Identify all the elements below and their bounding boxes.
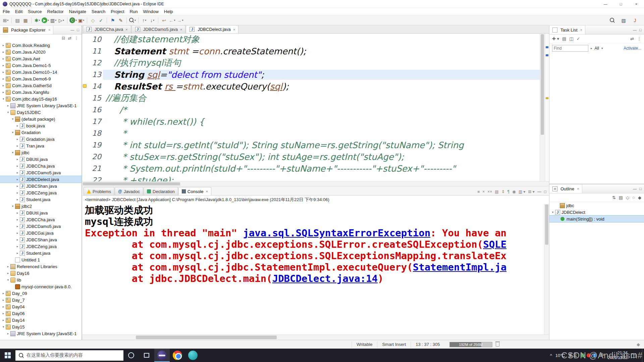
clear-console-icon[interactable]: ▤	[495, 189, 498, 194]
code-editor[interactable]: 10 //创建statement对象11 Statement stmt =con…	[82, 34, 549, 181]
tree-item-jdbc[interactable]: ▾jdbc	[0, 149, 82, 156]
tree-item-day04[interactable]: ▸Day04	[0, 303, 82, 310]
expanded-arrow-icon[interactable]: ▾	[11, 117, 15, 121]
menu-navigate[interactable]: Navigate	[66, 9, 89, 14]
scrollbar-thumb[interactable]	[83, 182, 180, 185]
code-line-18[interactable]: 18 *	[82, 127, 540, 139]
collapsed-arrow-icon[interactable]: ▸	[1, 318, 5, 322]
tree-item-untitled-1[interactable]: Untitled 1	[0, 256, 82, 263]
code-line-17[interactable]: 17 * while(rs.next()) {	[82, 116, 540, 127]
expanded-arrow-icon[interactable]: ▾	[1, 325, 5, 328]
dropdown-caret-icon[interactable]: ▾	[75, 19, 77, 22]
taskbar-app-chrome[interactable]	[170, 349, 185, 362]
taskbar-app-teal-app[interactable]	[185, 349, 201, 362]
tree-item-day16[interactable]: ▸Day16	[0, 270, 82, 277]
console-output[interactable]: 加载驱动类成功mysql连接成功Exception in thread "mai…	[82, 204, 544, 335]
tree-item-jdbczeng-java[interactable]: ▸JJDBCZeng.java	[0, 243, 82, 250]
tree-item-jdbcdamo5-java[interactable]: ▸JJDBCDamo5.java	[0, 169, 82, 176]
menu-help[interactable]: Help	[161, 9, 176, 14]
tree-item-day15jdbc[interactable]: ▾Day15JDBC	[0, 109, 82, 116]
console-vertical-scrollbar[interactable]	[544, 204, 549, 335]
overview-ruler[interactable]	[545, 34, 549, 181]
collapsed-arrow-icon[interactable]: ▸	[15, 137, 19, 141]
editor-tab-jdbcdamo5.java[interactable]: JJDBCDamo5.java×	[131, 25, 186, 33]
stacktrace-link[interactable]: java.sql.SQLSyntaxErrorException	[243, 227, 430, 239]
tree-item-com-java-xangmu[interactable]: ▸Com.Java.XangMu	[0, 89, 82, 96]
minimize-view-icon[interactable]: —	[70, 28, 74, 32]
collapsed-arrow-icon[interactable]: ▸	[6, 332, 10, 335]
run-icon[interactable]: ▶▾	[42, 16, 49, 24]
menu-edit[interactable]: Edit	[12, 9, 25, 14]
tree-item-day06[interactable]: ▸Day06	[0, 310, 82, 317]
collapsed-arrow-icon[interactable]: ▸	[15, 164, 19, 168]
tree-item--default-package-[interactable]: ▾(default package)	[0, 116, 82, 122]
console-tab-console[interactable]: Console×	[178, 187, 211, 195]
expanded-arrow-icon[interactable]: ▾	[11, 131, 15, 134]
chevron-down-icon[interactable]: ▾	[601, 47, 603, 50]
dropdown-caret-icon[interactable]: ▾	[63, 19, 64, 22]
scrollbar-thumb[interactable]	[136, 336, 277, 339]
close-tab-icon[interactable]: ×	[125, 27, 127, 32]
tree-item-jdbcgai-java[interactable]: ▸JJDBCGai.java	[0, 230, 82, 236]
outline-item-jdbcdelect[interactable]: ▾JJDBCDelect	[549, 209, 644, 216]
code-line-15[interactable]: 15//遍历集合	[82, 92, 540, 104]
new-task-icon[interactable]: ✓	[97, 16, 105, 24]
tree-item-jdbcshan-java[interactable]: ▸JJDBCShan.java	[0, 236, 82, 243]
collapsed-arrow-icon[interactable]: ▸	[15, 245, 19, 248]
collapsed-arrow-icon[interactable]: ▸	[6, 265, 10, 268]
tree-item-jdbc2[interactable]: ▾jdbc2	[0, 203, 82, 209]
collapsed-arrow-icon[interactable]: ▸	[15, 184, 19, 188]
collapsed-arrow-icon[interactable]: ▸	[15, 251, 19, 255]
expanded-arrow-icon[interactable]: ▾	[6, 111, 10, 114]
save-icon[interactable]: ▤	[14, 16, 21, 24]
stacktrace-link[interactable]: StatementImpl.ja	[413, 261, 506, 273]
pin-console-icon[interactable]: ◉	[512, 189, 516, 194]
close-button[interactable]: ×	[629, 0, 644, 8]
collapsed-arrow-icon[interactable]: ▸	[15, 198, 19, 201]
collapsed-arrow-icon[interactable]: ▸	[1, 298, 5, 302]
minimize-view-icon[interactable]: —	[633, 28, 637, 32]
back-icon[interactable]: ←▾	[168, 16, 176, 24]
annotation-mark[interactable]	[546, 46, 548, 48]
collapsed-arrow-icon[interactable]: ▸	[15, 144, 19, 147]
close-tab-icon[interactable]: ×	[180, 27, 182, 32]
external-tools-icon[interactable]: ▷▾	[58, 16, 65, 24]
view-menu-icon[interactable]: ⋮	[74, 36, 78, 41]
print-icon[interactable]: ▦	[22, 16, 29, 24]
tree-item-book-java[interactable]: ▸Jbook.java	[0, 122, 82, 129]
maximize-view-icon[interactable]: □	[639, 187, 642, 191]
coverage-icon[interactable]: ▥▾	[50, 16, 57, 24]
outline-item-jdbc[interactable]: jdbc	[549, 202, 644, 209]
maximize-view-icon[interactable]: □	[544, 189, 546, 194]
taskbar-app-eclipse[interactable]	[154, 349, 170, 362]
prev-annotation-icon[interactable]: ↑▾	[141, 16, 148, 24]
status-notification-icon[interactable]: ◆	[637, 342, 644, 347]
annotation-mark[interactable]	[546, 97, 548, 99]
maximize-view-icon[interactable]: □	[639, 28, 642, 32]
code-line-13[interactable]: 13 String sql="delect from student";	[82, 69, 540, 80]
close-view-icon[interactable]: ×	[48, 28, 50, 32]
focus-workweek-icon[interactable]: ◫	[569, 36, 573, 41]
link-with-editor-icon[interactable]: ⇄	[630, 36, 634, 41]
tray-chevron-icon[interactable]: ^	[550, 353, 552, 358]
new-package-icon[interactable]: ▣▾	[77, 16, 85, 24]
tree-item-student-java[interactable]: ▸JStudent.java	[0, 250, 82, 256]
task-view-button[interactable]	[139, 349, 154, 362]
new-wizard-icon[interactable]: ⊞▾	[2, 16, 9, 24]
tree-item-com-java-a2020[interactable]: ▸Com.Java.A2020	[0, 49, 82, 55]
hide-static-members-icon[interactable]: ◇	[626, 195, 629, 200]
close-view-icon[interactable]: ×	[580, 28, 582, 32]
flag-icon[interactable]: ⚑	[109, 16, 116, 24]
quickfix-bulb-icon[interactable]	[83, 84, 87, 88]
collapsed-arrow-icon[interactable]: ▸	[15, 225, 19, 228]
collapsed-arrow-icon[interactable]: ▸	[15, 231, 19, 235]
tree-item-tran-java[interactable]: ▸JTran.java	[0, 142, 82, 149]
cortana-button[interactable]	[123, 349, 139, 362]
expanded-arrow-icon[interactable]: ▾	[11, 204, 15, 208]
stacktrace-link[interactable]: JDBCDelect.java:14	[272, 273, 378, 284]
tree-item-jdbcdelect-java[interactable]: ▸JJDBCDelect.java	[0, 176, 82, 183]
menu-run[interactable]: Run	[127, 9, 141, 14]
collapsed-arrow-icon[interactable]: ▸	[15, 158, 19, 161]
tree-item-mysql-connector-java-8-0-[interactable]: mysql-connector-java-8.0.	[0, 283, 82, 290]
expanded-arrow-icon[interactable]: ▾	[551, 210, 555, 214]
